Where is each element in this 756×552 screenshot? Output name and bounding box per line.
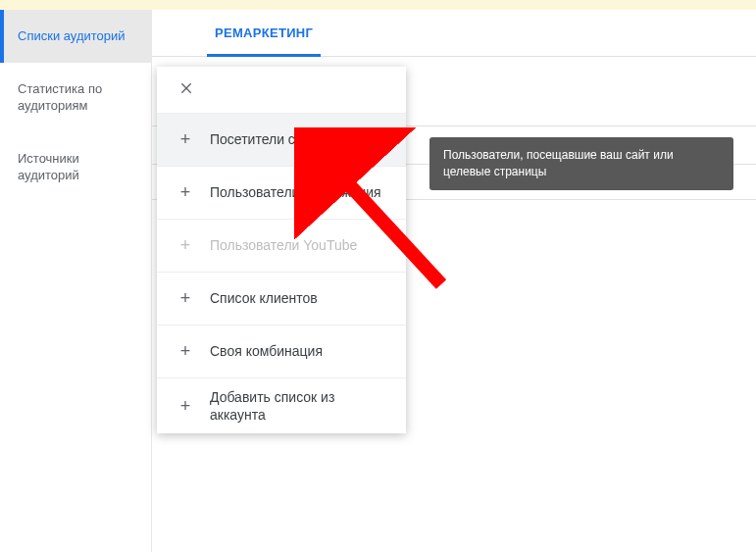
tooltip: Пользователи, посещавшие ваш сайт или це… [429,137,733,190]
notice-bar [0,0,756,10]
plus-icon: + [178,341,192,362]
dropdown-item-app-users[interactable]: + Пользователи приложения [157,167,406,220]
dropdown-item-customer-list[interactable]: + Список клиентов [157,273,406,326]
dropdown-item-label: Своя комбинация [210,342,388,360]
create-audience-dropdown: + Посетители сайта + Пользователи прилож… [157,67,406,433]
dropdown-item-youtube-users: + Пользователи YouTube [157,220,406,273]
dropdown-item-label: Добавить список из аккаунта [210,388,388,424]
sidebar-item-audience-stats[interactable]: Статистика по аудиториям [0,63,151,132]
plus-icon: + [178,235,192,256]
dropdown-item-label: Список клиентов [210,289,388,307]
dropdown-item-custom-combo[interactable]: + Своя комбинация [157,326,406,378]
dropdown-item-label: Пользователи YouTube [210,236,388,254]
dropdown-close-button[interactable] [157,67,406,114]
sidebar: Списки аудиторий Статистика по аудитория… [0,10,152,552]
dropdown-item-site-visitors[interactable]: + Посетители сайта [157,114,406,167]
plus-icon: + [178,129,192,150]
tab-bar: РЕМАРКЕТИНГ [152,10,756,57]
sidebar-item-audience-sources[interactable]: Источники аудиторий [0,132,151,202]
sidebar-item-audience-lists[interactable]: Списки аудиторий [0,10,151,63]
sidebar-item-label: Статистика по аудиториям [18,81,102,114]
sidebar-item-label: Списки аудиторий [18,28,126,43]
dropdown-item-add-from-account[interactable]: + Добавить список из аккаунта [157,378,406,433]
tab-label: РЕМАРКЕТИНГ [215,25,313,40]
close-icon [178,80,194,100]
tab-remarketing[interactable]: РЕМАРКЕТИНГ [207,25,321,57]
plus-icon: + [178,288,192,309]
plus-icon: + [178,182,192,203]
dropdown-item-label: Пользователи приложения [210,183,388,201]
tooltip-text: Пользователи, посещавшие ваш сайт или це… [443,148,674,178]
dropdown-item-label: Посетители сайта [210,130,388,148]
plus-icon: + [178,396,192,417]
sidebar-item-label: Источники аудиторий [18,151,79,183]
